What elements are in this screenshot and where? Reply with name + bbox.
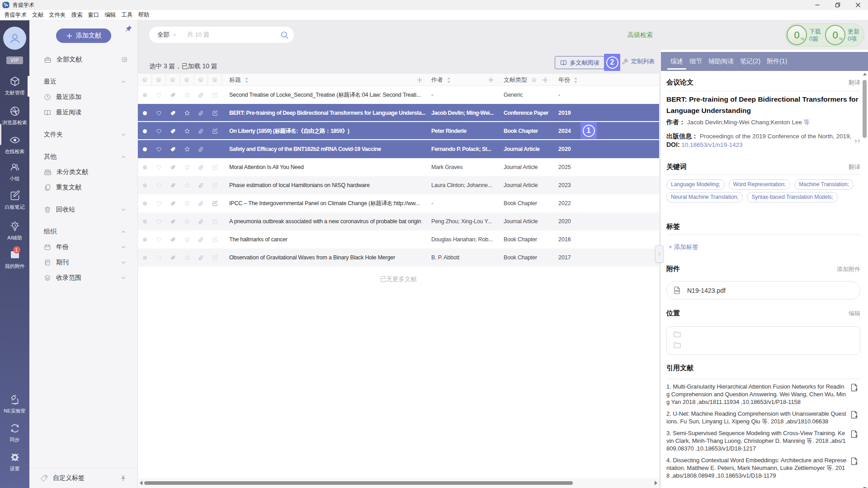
- heart-icon[interactable]: [152, 212, 166, 230]
- heart-icon[interactable]: [152, 158, 166, 176]
- sidebar-item-recent-read[interactable]: 最近阅读: [29, 105, 137, 120]
- heart-icon[interactable]: [152, 104, 166, 122]
- doc-title-cell[interactable]: Observation of Gravitational Waves from …: [229, 249, 425, 267]
- add-document-icon[interactable]: [850, 457, 859, 465]
- rail-item-settings[interactable]: 设置: [0, 452, 29, 472]
- icon-column-header[interactable]: [138, 74, 152, 86]
- doc-title-cell[interactable]: Phase estimation of local Hamiltonians o…: [229, 176, 425, 194]
- table-row[interactable]: A pneumonia outbreak associated with a n…: [138, 212, 659, 230]
- tag-icon[interactable]: [166, 230, 180, 249]
- sidebar-item-all-documents[interactable]: 全部文献: [29, 52, 137, 67]
- add-tag-link[interactable]: + 添加标签: [669, 243, 860, 251]
- collapse-up-icon[interactable]: [120, 475, 127, 482]
- rail-item-online-search[interactable]: 在线检索: [0, 135, 29, 155]
- authors-more-link[interactable]: 等: [804, 119, 810, 126]
- menu-item-6[interactable]: 工具: [119, 10, 136, 20]
- doc-title-cell[interactable]: BERT: Pre-training of Deep Bidirectional…: [229, 104, 425, 122]
- table-row[interactable]: Safety and Efficacy of the BNT162b2 mRNA…: [138, 140, 659, 158]
- edit-note-icon[interactable]: [208, 104, 222, 122]
- section-recent[interactable]: 最近: [29, 74, 137, 89]
- tag-icon[interactable]: [166, 86, 180, 104]
- tab-attachments[interactable]: 附件(1): [767, 52, 787, 71]
- doc-title-cell[interactable]: Moral Attention Is All You Need: [229, 158, 425, 176]
- icon-column-header[interactable]: [180, 74, 194, 86]
- tag-icon[interactable]: [166, 140, 180, 158]
- doc-title-cell[interactable]: Safety and Efficacy of the BNT162b2 mRNA…: [229, 140, 425, 158]
- doc-title-cell[interactable]: A pneumonia outbreak associated with a n…: [229, 212, 425, 230]
- folder-icon[interactable]: [673, 341, 860, 349]
- tab-assisted-reading[interactable]: 辅助阅读: [708, 52, 734, 71]
- sidebar-item-trash[interactable]: 回收站: [29, 202, 137, 217]
- row-select-dot[interactable]: [138, 249, 152, 267]
- doc-title-cell[interactable]: IPCC – The Intergovernmental Panel on Cl…: [229, 194, 425, 212]
- chevron-up-icon[interactable]: [120, 79, 127, 85]
- row-select-dot[interactable]: [138, 158, 152, 176]
- star-icon[interactable]: [180, 158, 194, 176]
- menu-item-4[interactable]: 窗口: [85, 10, 102, 20]
- heart-icon[interactable]: [152, 86, 166, 104]
- icon-column-header[interactable]: [208, 74, 222, 86]
- keyword-chip[interactable]: Language Modeling;: [666, 179, 725, 190]
- doc-title-cell[interactable]: The hallmarks of cancer: [229, 230, 425, 249]
- scroll-left-arrow[interactable]: [140, 481, 142, 485]
- paperclip-icon[interactable]: [194, 176, 208, 194]
- add-document-icon[interactable]: [850, 430, 859, 438]
- scroll-right-arrow[interactable]: [655, 481, 657, 485]
- paperclip-icon[interactable]: [194, 140, 208, 158]
- row-select-dot[interactable]: [138, 104, 152, 122]
- icon-column-header[interactable]: [166, 74, 180, 86]
- rail-item-my-attachments[interactable]: 1我的附件: [0, 249, 29, 270]
- search-icon[interactable]: [280, 31, 289, 39]
- rail-item-browser-search[interactable]: 浏览器检索: [0, 106, 29, 126]
- menu-item-3[interactable]: 搜索: [69, 10, 85, 20]
- edit-note-icon[interactable]: [208, 212, 222, 230]
- add-document-button[interactable]: 添加文献: [56, 28, 111, 43]
- quote-icon[interactable]: ”: [854, 137, 860, 151]
- keyword-chip[interactable]: Word Representation;: [729, 179, 791, 190]
- row-select-dot[interactable]: [138, 194, 152, 212]
- tab-notes[interactable]: 笔记(2): [740, 52, 760, 71]
- star-icon[interactable]: [180, 122, 194, 140]
- table-row[interactable]: On Liberty (1859) (标题译名:《自由之路：1859》)Pete…: [138, 122, 659, 140]
- menu-item-7[interactable]: 帮助: [136, 10, 152, 20]
- edit-note-icon[interactable]: [208, 194, 222, 212]
- doc-title-cell[interactable]: Second Treatise of Locke_Second_Treatise…: [229, 86, 425, 104]
- search-input[interactable]: 全部 共 10 篇: [149, 27, 294, 43]
- collapse-panel-handle[interactable]: [655, 245, 664, 263]
- add-document-icon[interactable]: [850, 383, 859, 392]
- row-select-dot[interactable]: [138, 176, 152, 194]
- section-organize[interactable]: 组织: [29, 224, 137, 239]
- pin-icon[interactable]: [125, 25, 132, 33]
- keywords-translate-link[interactable]: 翻译: [849, 163, 860, 171]
- tag-icon[interactable]: [166, 158, 180, 176]
- add-document-icon[interactable]: [850, 410, 859, 419]
- scroll-up-arrow[interactable]: [863, 73, 867, 75]
- sidebar-item-year[interactable]: 年份: [29, 239, 137, 255]
- row-select-dot[interactable]: [138, 212, 152, 230]
- table-row[interactable]: IPCC – The Intergovernmental Panel on Cl…: [138, 194, 659, 212]
- avatar[interactable]: [3, 27, 26, 50]
- column-header-author[interactable]: 作者: [431, 74, 451, 86]
- heart-icon[interactable]: [152, 122, 166, 140]
- heart-icon[interactable]: [152, 249, 166, 267]
- sort-icon[interactable]: [447, 77, 451, 84]
- chevron-down-icon[interactable]: [120, 259, 127, 266]
- edit-note-icon[interactable]: [208, 230, 222, 249]
- sidebar-item-scope[interactable]: 收录范围: [29, 270, 137, 286]
- star-icon[interactable]: [180, 104, 194, 122]
- heart-icon[interactable]: [152, 230, 166, 249]
- icon-column-header[interactable]: [152, 74, 166, 86]
- paperclip-icon[interactable]: [194, 194, 208, 212]
- sync-counters[interactable]: 0 % 下载 0篇 0 % 更新 0项: [785, 23, 864, 47]
- tab-details[interactable]: 细节: [689, 52, 702, 71]
- column-resize-handle[interactable]: [542, 77, 548, 83]
- column-header-type[interactable]: 文献类型: [504, 74, 537, 86]
- star-icon[interactable]: [180, 194, 194, 212]
- column-header-title[interactable]: 标题: [229, 74, 249, 86]
- table-row[interactable]: Phase estimation of local Hamiltonians o…: [138, 176, 659, 194]
- keyword-chip[interactable]: Machine Translation;: [794, 179, 854, 190]
- settings-gear-icon[interactable]: [121, 56, 128, 63]
- chevron-down-icon[interactable]: [120, 275, 127, 281]
- chevron-up-icon[interactable]: [120, 154, 127, 160]
- edit-note-icon[interactable]: [208, 249, 222, 267]
